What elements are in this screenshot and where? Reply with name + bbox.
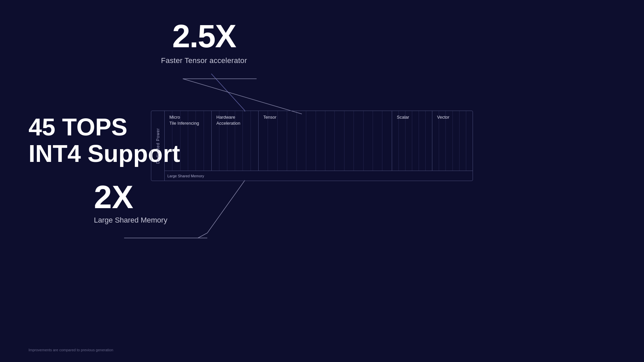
svg-line-2: [183, 79, 302, 114]
cells-area: MicroTile Inferencing HardwareAccelerati…: [165, 111, 473, 181]
bottom-stat-section: 2X Large Shared Memory: [94, 181, 167, 225]
top-stat-number: 2.5X: [161, 20, 247, 52]
svg-line-0: [211, 74, 245, 111]
cell-micro-label: MicroTile Inferencing: [169, 114, 207, 126]
footnote: Improvements are compared to previous ge…: [29, 348, 113, 352]
cell-scalar-label: Scalar: [397, 114, 427, 120]
top-stat-label: Faster Tensor accelerator: [161, 56, 247, 65]
shared-memory-strip: Large Shared Memory: [165, 171, 473, 181]
chip-diagram: Dedicated Power MicroTile Inferencing: [151, 111, 473, 181]
bottom-stat-label: Large Shared Memory: [94, 216, 167, 225]
bottom-stat-number: 2X: [94, 181, 167, 213]
cell-hw-accel: HardwareAcceleration: [212, 111, 259, 171]
cell-hw-label: HardwareAcceleration: [216, 114, 254, 126]
dedicated-power-label: Dedicated Power: [156, 128, 160, 164]
chip-outer-border: Dedicated Power MicroTile Inferencing: [151, 111, 473, 181]
shared-memory-label: Large Shared Memory: [167, 174, 204, 178]
svg-line-3: [207, 180, 245, 233]
cell-tensor-label: Tensor: [263, 114, 387, 120]
cell-micro: MicroTile Inferencing: [165, 111, 212, 171]
cell-vector: Vector: [432, 111, 473, 171]
dedicated-power-column: Dedicated Power: [151, 111, 165, 181]
cell-tensor: Tensor: [259, 111, 392, 171]
top-stat-section: 2.5X Faster Tensor accelerator: [161, 20, 247, 65]
svg-line-4: [198, 233, 207, 238]
cell-vector-label: Vector: [437, 114, 468, 120]
cell-scalar: Scalar: [392, 111, 432, 171]
